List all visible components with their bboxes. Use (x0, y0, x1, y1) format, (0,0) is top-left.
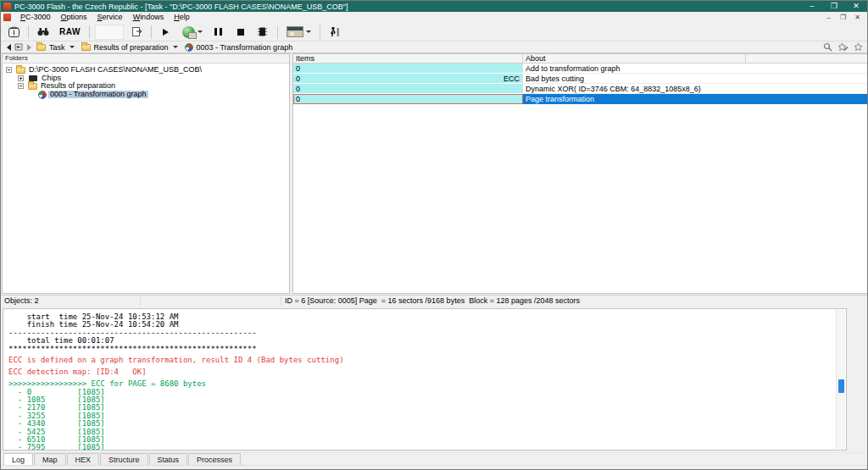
mdi-close-button[interactable]: ✕ (850, 13, 865, 23)
raw-label: RAW (59, 27, 81, 36)
items-value: 0 (296, 75, 300, 83)
items-cell[interactable]: 0 (293, 94, 523, 104)
menu-service[interactable]: Service (92, 12, 128, 23)
tab-processes[interactable]: Processes (188, 453, 241, 465)
log-box: start time 25-Nov-24 10:53:12 AM finish … (3, 308, 847, 451)
items-cell[interactable]: 0 (293, 84, 523, 94)
table-row[interactable]: 0Dynamic XOR( ID=3746 CBM: 64_8832_1085x… (293, 84, 867, 94)
window-controls: – ❐ ✕ (801, 1, 867, 12)
raw-view-button[interactable]: RAW (55, 24, 85, 40)
toolbar-empty-slot (95, 25, 124, 40)
column-header-about[interactable]: About (523, 54, 746, 63)
export-button[interactable] (126, 24, 147, 40)
tab-hex[interactable]: HEX (67, 453, 100, 465)
about-cell[interactable]: Page transformation (523, 94, 746, 104)
log-panel: start time 25-Nov-24 10:53:12 AM finish … (1, 306, 868, 452)
table-row[interactable]: 0Add to transformation graph (293, 64, 867, 74)
items-cell[interactable]: 0 (293, 64, 523, 74)
pause-icon (214, 28, 224, 36)
items-value: 0 (296, 95, 300, 103)
row-filler (746, 74, 867, 84)
folder-icon (28, 83, 37, 90)
transformation-graph-icon (185, 43, 193, 52)
about-cell[interactable]: Add to transformation graph (523, 64, 746, 74)
history-forward-icon[interactable] (27, 44, 31, 51)
collapse-icon[interactable] (18, 83, 24, 89)
task-folder-icon (16, 67, 25, 74)
log-scrollbar[interactable] (836, 310, 845, 449)
menu-help[interactable]: Help (169, 12, 195, 23)
history-back-icon[interactable] (7, 44, 11, 51)
edit-favorite-icon[interactable] (837, 42, 849, 52)
table-row[interactable]: 0ECCBad bytes cutting (293, 74, 867, 84)
export-page-icon (131, 26, 142, 37)
window-title: PC-3000 Flash - the Czech Republic - [Ta… (14, 3, 348, 11)
transformation-graph-icon (38, 91, 47, 99)
log-line: ECC is defined on a graph transformation… (8, 357, 353, 364)
collapse-icon[interactable] (6, 67, 12, 73)
chip-button[interactable] (253, 24, 273, 40)
exit-runner-icon (329, 26, 340, 37)
status-bar: Objects: 2 ID = 6 [Source: 0005] Page = … (1, 295, 867, 306)
map-view-button[interactable] (282, 24, 315, 40)
tab-log[interactable]: Log (3, 453, 33, 465)
breadcrumb-item[interactable]: 0003 - Transformation graph (183, 43, 295, 52)
exit-task-button[interactable] (325, 24, 345, 40)
about-cell[interactable]: Dynamic XOR( ID=3746 CBM: 64_8832_1085x8… (523, 84, 746, 94)
menu-pc-3000[interactable]: PC-3000 (15, 12, 56, 23)
chevron-down-icon (70, 46, 75, 48)
about-cell[interactable]: Bad bytes cutting (523, 74, 746, 84)
folder-icon (81, 44, 91, 51)
column-header-items[interactable]: Items (293, 54, 523, 63)
menu-options[interactable]: Options (56, 12, 92, 23)
table-row[interactable]: 0Page transformation (293, 94, 867, 104)
run-button[interactable] (156, 24, 176, 40)
chevron-down-icon (198, 30, 203, 33)
close-button[interactable]: ✕ (845, 1, 867, 12)
breadcrumb-task[interactable]: Task (35, 43, 75, 52)
items-cell[interactable]: 0ECC (293, 74, 523, 84)
items-value: 0 (296, 64, 300, 73)
search-button[interactable] (33, 24, 53, 40)
tab-status[interactable]: Status (149, 453, 188, 465)
expand-icon[interactable] (18, 75, 24, 81)
log-line: - 7595 [1085] (8, 444, 353, 451)
favorite-star-icon[interactable] (854, 42, 863, 52)
menu-windows[interactable]: Windows (128, 12, 170, 23)
folders-panel-caption: Folders (3, 54, 289, 64)
maximize-button[interactable]: ❐ (823, 1, 845, 12)
status-objects: Objects: 2 (1, 296, 141, 306)
tree-node-graph[interactable]: 0003 - Transformation graph (3, 91, 289, 99)
breadcrumb-folder-label: Results of preparation (94, 43, 169, 52)
breadcrumb: Task Results of preparation 0003 - Trans… (1, 41, 867, 53)
column-header-blank (746, 54, 867, 63)
app-icon (3, 3, 11, 10)
task-bin-button[interactable] (3, 24, 24, 40)
row-filler (746, 94, 867, 104)
pause-button[interactable] (209, 24, 229, 40)
tab-structure[interactable]: Structure (100, 453, 148, 465)
task-folder-icon (36, 44, 46, 51)
map-view-icon (287, 26, 303, 37)
breadcrumb-item-label: 0003 - Transformation graph (197, 43, 293, 52)
items-tag: ECC (504, 75, 520, 83)
table-header: Items About (293, 54, 867, 64)
minimize-button[interactable]: – (801, 1, 823, 12)
search-zoom-icon[interactable] (823, 42, 832, 52)
stop-button[interactable] (231, 24, 251, 40)
title-bar: PC-3000 Flash - the Czech Republic - [Ta… (1, 1, 867, 12)
binoculars-icon (37, 27, 49, 36)
chip-reader-button[interactable] (178, 24, 207, 40)
mdi-restore-button[interactable]: ❐ (836, 13, 850, 23)
mdi-child-controls: – ❐ ✕ (821, 13, 865, 23)
scrollbar-thumb[interactable] (838, 379, 844, 393)
task-home-icon[interactable] (14, 42, 24, 52)
breadcrumb-folder[interactable]: Results of preparation (80, 43, 178, 52)
chip-reader-icon (182, 26, 195, 38)
main-area: Folders D:\PC-3000 FLASH CASES\NONAME_US… (1, 53, 868, 295)
tab-map[interactable]: Map (34, 453, 66, 465)
app-window: PC-3000 Flash - the Czech Republic - [Ta… (0, 0, 868, 470)
toolbar-separator (277, 25, 278, 39)
bottom-strip (1, 465, 867, 470)
mdi-minimize-button[interactable]: – (821, 13, 836, 23)
